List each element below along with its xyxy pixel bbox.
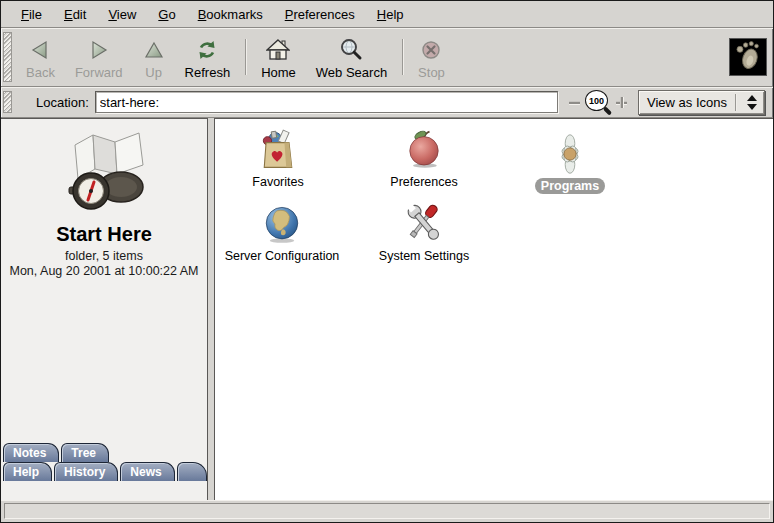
location-bar-gripper[interactable]	[3, 91, 12, 113]
status-text	[4, 503, 770, 519]
system-settings-icon	[402, 201, 446, 245]
sidebar: Start Here folder, 5 items Mon, Aug 20 2…	[1, 118, 208, 500]
home-icon	[266, 36, 290, 63]
refresh-icon	[196, 36, 218, 63]
tab-history[interactable]: History	[54, 462, 118, 481]
throbber[interactable]	[729, 38, 767, 76]
menu-preferences[interactable]: Preferences	[275, 3, 365, 26]
refresh-label: Refresh	[185, 65, 231, 80]
sidebar-date: Mon, Aug 20 2001 at 10:00:22 AM	[9, 264, 198, 278]
icon-item-programs[interactable]: Programs	[495, 131, 645, 194]
icon-label: System Settings	[373, 248, 475, 264]
up-button[interactable]: Up	[133, 31, 175, 83]
up-label: Up	[145, 65, 162, 80]
sidebar-tabs-row-2: Help History News	[1, 462, 207, 481]
forward-button[interactable]: Forward	[65, 31, 133, 83]
icon-item-preferences[interactable]: Preferences	[349, 127, 499, 190]
stop-icon	[421, 36, 441, 63]
forward-icon	[88, 36, 110, 63]
zoom-level-value: 100	[585, 90, 608, 111]
menu-help[interactable]: Help	[367, 3, 414, 26]
status-bar	[1, 500, 773, 522]
location-bar: Location: 100 View as Icons	[1, 87, 773, 118]
icon-item-system-settings[interactable]: System Settings	[349, 201, 499, 264]
toolbar-separator	[402, 39, 403, 75]
menu-file[interactable]: File	[11, 3, 52, 26]
menu-bookmarks[interactable]: Bookmarks	[188, 3, 273, 26]
home-label: Home	[261, 65, 296, 80]
zoom-in-icon[interactable]	[615, 96, 628, 109]
programs-icon	[549, 131, 591, 175]
view-as-value: View as Icons	[647, 95, 727, 110]
sidebar-tabs-row-1: Notes Tree	[1, 443, 207, 462]
location-input[interactable]	[95, 91, 558, 113]
menu-bar: File Edit View Go Bookmarks Preferences …	[1, 1, 773, 28]
web-search-icon	[339, 36, 363, 63]
gnome-foot-icon	[731, 38, 765, 76]
tab-news[interactable]: News	[120, 462, 174, 481]
zoom-control: 100	[568, 90, 628, 114]
tab-tree[interactable]: Tree	[61, 443, 109, 462]
home-button[interactable]: Home	[251, 31, 306, 83]
zoom-out-icon[interactable]	[568, 96, 581, 109]
view-as-dropdown[interactable]: View as Icons	[638, 90, 765, 115]
toolbar-separator	[245, 39, 246, 75]
menu-go[interactable]: Go	[148, 3, 185, 26]
back-button[interactable]: Back	[16, 31, 65, 83]
nautilus-window: File Edit View Go Bookmarks Preferences …	[0, 0, 774, 523]
refresh-button[interactable]: Refresh	[175, 31, 241, 83]
map-compass-icon	[49, 129, 159, 221]
icon-label: Favorites	[246, 174, 309, 190]
menu-view[interactable]: View	[98, 3, 146, 26]
dropdown-divider	[735, 94, 736, 111]
preferences-icon	[402, 127, 446, 171]
sidebar-folder-info: folder, 5 items	[65, 249, 143, 263]
content-area: Start Here folder, 5 items Mon, Aug 20 2…	[1, 118, 773, 500]
toolbar-gripper[interactable]	[3, 32, 12, 82]
back-label: Back	[26, 65, 55, 80]
up-icon	[143, 36, 165, 63]
icon-label: Programs	[535, 178, 605, 194]
icon-label: Preferences	[384, 174, 463, 190]
sidebar-title: Start Here	[56, 223, 152, 246]
menu-edit[interactable]: Edit	[54, 3, 96, 26]
icon-item-server-configuration[interactable]: Server Configuration	[214, 201, 357, 264]
favorites-icon	[256, 127, 300, 171]
toolbar: Back Forward Up	[1, 28, 773, 87]
tab-strip-filler	[177, 462, 207, 481]
zoom-level-indicator[interactable]: 100	[585, 90, 611, 114]
stop-label: Stop	[418, 65, 445, 80]
location-label: Location:	[36, 95, 89, 110]
tab-notes[interactable]: Notes	[3, 443, 59, 462]
stop-button[interactable]: Stop	[408, 31, 455, 83]
icon-view[interactable]: Favorites Preferences	[214, 118, 773, 500]
web-search-label: Web Search	[316, 65, 387, 80]
icon-label: Server Configuration	[219, 248, 346, 264]
forward-label: Forward	[75, 65, 123, 80]
web-search-button[interactable]: Web Search	[306, 31, 397, 83]
spinner-arrows-icon	[744, 95, 760, 110]
server-configuration-icon	[261, 201, 303, 245]
tab-help[interactable]: Help	[3, 462, 52, 481]
icon-item-favorites[interactable]: Favorites	[214, 127, 353, 190]
back-icon	[29, 36, 51, 63]
